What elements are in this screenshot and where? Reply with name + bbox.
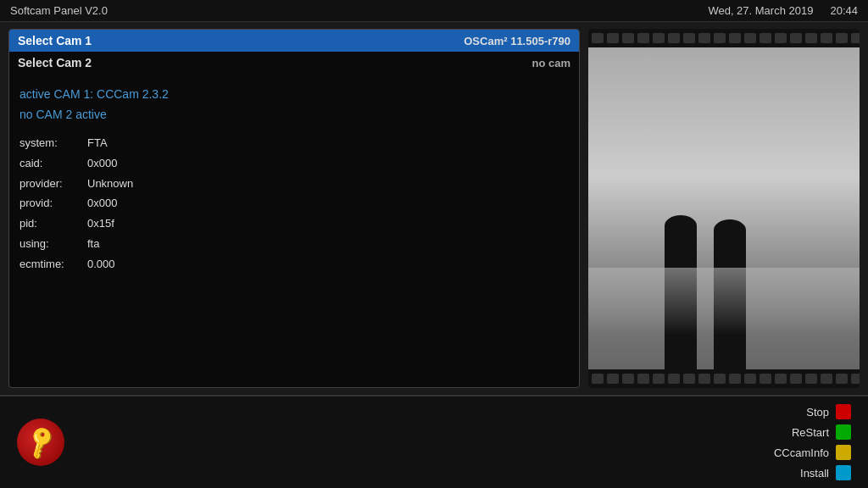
film-hole [592,33,604,43]
film-hole [760,374,771,384]
film-hole [729,374,741,384]
left-panel: Select Cam 1 OSCam² 11.505-r790 Select C… [8,29,580,388]
cam2-status: no cam [531,57,570,69]
film-strip-bottom [588,369,860,388]
film-hole [668,33,680,43]
film-hole [805,33,817,43]
film-hole [805,374,817,384]
film-hole [653,33,665,43]
datetime-container: Wed, 27. March 2019 20:44 [708,4,858,17]
ecmtime-label-key: ecmtime: [19,256,87,274]
install-indicator [836,465,851,480]
film-hole [653,374,665,384]
cam1-label: Select Cam 1 [18,34,92,47]
caid-label-key: caid: [19,155,87,173]
film-hole [744,33,756,43]
system-info: system: FTA caid: 0x000 provider: Unknow… [19,135,569,274]
system-value: FTA [87,135,569,152]
film-strip-panel [588,29,860,388]
install-button[interactable]: Install [761,465,851,480]
provid-label-key: provid: [19,195,87,213]
cam-row-2[interactable]: Select Cam 2 no cam [9,52,579,74]
film-hole [714,33,726,43]
film-hole [851,374,860,384]
film-hole [836,33,848,43]
film-hole [683,33,695,43]
stop-button[interactable]: Stop [761,404,851,419]
caid-value: 0x000 [87,155,569,173]
film-hole [637,33,649,43]
stop-label: Stop [761,406,829,419]
film-hole [592,374,604,384]
main-layout: Select Cam 1 OSCam² 11.505-r790 Select C… [0,22,868,395]
film-hole [622,374,634,384]
film-hole [775,374,787,384]
film-hole [790,33,802,43]
tower-cap-right [714,219,746,241]
install-label: Install [761,467,829,480]
using-label-key: using: [19,236,87,253]
film-hole [637,374,649,384]
film-hole [698,374,710,384]
stop-indicator [836,404,851,419]
provider-label-key: provider: [19,175,87,193]
tower-cap-left [665,215,697,236]
app-title: Softcam Panel V2.0 [10,4,108,17]
film-hole [698,33,710,43]
key-symbol: 🔑 [21,423,61,462]
film-hole [622,33,634,43]
date-display: Wed, 27. March 2019 [708,4,813,17]
film-hole [821,374,832,384]
fog-layer [588,268,860,336]
film-hole [607,33,619,43]
ecmtime-value: 0.000 [87,256,569,274]
no-cam-label: no CAM 2 active [19,108,569,121]
pid-label-key: pid: [19,215,87,233]
cam1-status: OSCam² 11.505-r790 [464,35,570,47]
using-value: fta [87,236,569,253]
restart-indicator [836,424,851,440]
church-scene [588,47,860,369]
cam2-label: Select Cam 2 [18,56,92,69]
film-hole [821,33,832,43]
film-hole [790,374,802,384]
provider-value: Unknown [87,175,569,193]
cccaminfo-button[interactable]: CCcamInfo [761,445,851,460]
cccaminfo-label: CCcamInfo [761,446,829,459]
film-hole [729,33,741,43]
film-strip-top [588,29,860,47]
key-icon: 🔑 [17,419,64,466]
active-cam-label: active CAM 1: CCCam 2.3.2 [19,87,569,101]
film-hole [607,374,619,384]
film-hole [836,374,848,384]
restart-label: ReStart [761,426,829,439]
title-bar: Softcam Panel V2.0 Wed, 27. March 2019 2… [0,0,868,22]
film-hole [683,374,695,384]
film-hole [760,33,771,43]
film-hole [775,33,787,43]
film-image [588,47,860,369]
film-hole [744,374,756,384]
film-hole [851,33,860,43]
restart-button[interactable]: ReStart [761,424,851,440]
film-hole [668,374,680,384]
provid-value: 0x000 [87,195,569,213]
cam-row-1[interactable]: Select Cam 1 OSCam² 11.505-r790 [9,30,579,52]
cccaminfo-indicator [836,445,851,460]
system-label-key: system: [19,135,87,152]
time-display: 20:44 [830,4,858,17]
film-hole [714,374,726,384]
bottom-bar: 🔑 Stop ReStart CCcamInfo Install [0,395,868,488]
pid-value: 0x15f [87,215,569,233]
action-buttons: Stop ReStart CCcamInfo Install [761,404,851,480]
info-area: active CAM 1: CCCam 2.3.2 no CAM 2 activ… [9,74,579,387]
